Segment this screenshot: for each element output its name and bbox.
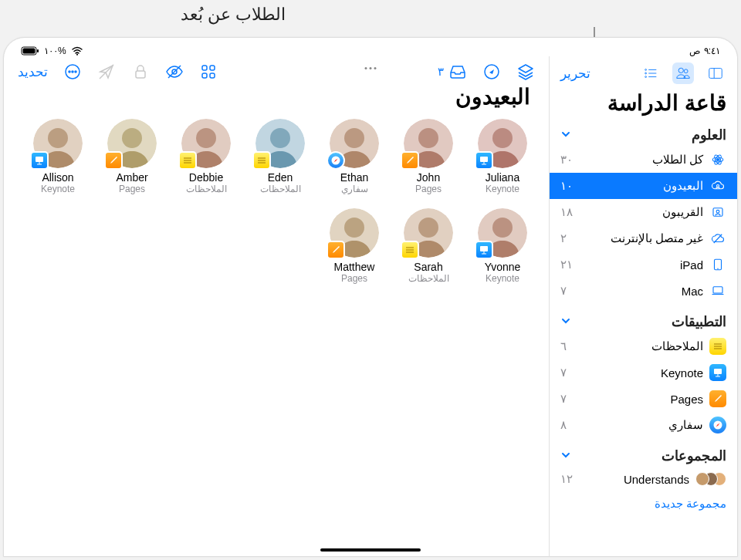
list-view-icon[interactable]	[640, 62, 661, 84]
svg-point-42	[69, 71, 70, 73]
sidebar-item-app-pages[interactable]: Pages٧	[550, 386, 737, 412]
battery-text: %١٠٠	[44, 46, 66, 56]
svg-point-44	[75, 71, 76, 73]
sidebar-item-ipad[interactable]: iPad٢١	[550, 251, 737, 278]
select-button[interactable]: تحديد	[18, 64, 48, 80]
sidebar-item-app-safari[interactable]: سفاري٨	[550, 412, 737, 438]
student-card[interactable]: MatthewPages	[317, 208, 391, 284]
eye-slash-icon[interactable]	[165, 62, 184, 81]
student-app-label: Keynote	[465, 273, 540, 284]
student-card[interactable]: YvonneKeynote	[465, 208, 540, 284]
chevron-down-icon	[560, 127, 571, 143]
sidebar-item-count: ٧	[560, 392, 567, 406]
student-card[interactable]: AllisonKeynote	[21, 119, 95, 194]
person-rect-icon	[709, 204, 726, 221]
apps-grid-icon[interactable]	[199, 62, 218, 81]
student-card[interactable]: JohnPages	[391, 119, 465, 194]
student-app-label: الملاحظات	[243, 184, 317, 194]
sidebar-item-app-keynote[interactable]: Keynote٧	[550, 359, 737, 386]
cloud-slash-icon	[709, 230, 726, 247]
sidebar-item-all[interactable]: كل الطلاب٣٠	[550, 147, 737, 173]
sidebar-item-count: ٦	[560, 339, 567, 353]
layers-icon[interactable]	[516, 62, 535, 81]
svg-point-62	[270, 128, 290, 148]
sidebar-item-label: القريبون	[662, 205, 703, 219]
section-header-groups[interactable]: المجموعات	[550, 444, 737, 467]
wifi-icon	[71, 46, 83, 56]
student-name: Amber	[95, 171, 169, 184]
student-app-label: Pages	[317, 273, 391, 284]
new-group-button[interactable]: مجموعة جديدة	[550, 491, 737, 517]
chevron-down-icon	[560, 448, 571, 464]
edit-button[interactable]: تحرير	[560, 66, 590, 82]
inbox-icon[interactable]: ٣	[438, 62, 467, 81]
sidebar-item-count: ١٢	[560, 472, 573, 486]
section-header-apps[interactable]: التطبيقات	[550, 310, 737, 333]
section-title: التطبيقات	[672, 313, 726, 330]
callout-text: الطلاب عن بُعد	[181, 5, 286, 25]
svg-point-56	[196, 128, 216, 148]
student-card[interactable]: Sarahالملاحظات	[391, 208, 465, 284]
svg-point-6	[678, 68, 683, 73]
svg-rect-91	[480, 246, 488, 251]
svg-rect-3	[37, 49, 39, 52]
svg-point-81	[344, 218, 364, 238]
sidebar-item-count: ٢	[560, 231, 567, 245]
sidebar-item-count: ٨	[560, 418, 567, 432]
sidebar-item-label: الملاحظات	[651, 339, 703, 353]
student-name: Allison	[21, 171, 95, 184]
svg-rect-39	[136, 71, 145, 78]
sidebar-item-label: Mac	[682, 285, 703, 298]
sidebar-item-mac[interactable]: Mac٧	[550, 278, 737, 304]
svg-point-12	[645, 73, 647, 74]
compass-icon[interactable]	[482, 62, 501, 81]
student-card[interactable]: JulianaKeynote	[465, 119, 540, 194]
status-bar: ٩:٤١ ص %١٠٠	[4, 38, 737, 56]
student-app-label: Keynote	[21, 184, 95, 194]
chevron-down-icon	[560, 314, 571, 330]
svg-point-43	[72, 71, 73, 73]
students-view-icon[interactable]	[672, 62, 694, 84]
sidebar-item-count: ٢١	[560, 258, 573, 272]
student-card[interactable]: Ethanسفاري	[317, 119, 391, 194]
sidebar-item-count: ١٠	[560, 179, 573, 193]
svg-point-20	[716, 210, 719, 213]
home-indicator[interactable]	[320, 548, 421, 552]
main-panel: ٣ تحديد البعيدون AllisonKeynoteAmberPage…	[4, 56, 549, 556]
sidebar-item-remote[interactable]: البعيدون١٠	[550, 173, 737, 199]
device-frame: ٩:٤١ ص %١٠٠ تحرير قاعة الدراسة العلوم	[3, 37, 738, 557]
svg-point-84	[418, 218, 438, 238]
svg-rect-33	[202, 66, 207, 70]
student-app-label: Keynote	[465, 184, 540, 194]
sidebar-toggle-icon[interactable]	[705, 62, 726, 84]
svg-point-18	[717, 185, 719, 187]
sidebar: تحرير قاعة الدراسة العلوم كل الطلاب٣٠الب…	[549, 56, 737, 556]
multitask-dots[interactable]	[365, 67, 377, 69]
more-icon[interactable]	[63, 62, 82, 81]
student-app-label: سفاري	[317, 184, 391, 194]
sidebar-item-app-notes[interactable]: الملاحظات٦	[550, 333, 737, 359]
svg-rect-34	[210, 66, 215, 70]
svg-point-72	[418, 128, 438, 148]
lock-icon	[131, 62, 150, 81]
cloud-person-icon	[709, 177, 726, 194]
sidebar-item-label: كل الطلاب	[652, 153, 703, 167]
sidebar-item-nearby[interactable]: القريبون١٨	[550, 199, 737, 225]
sidebar-item-group[interactable]: Understands١٢	[550, 467, 737, 491]
students-grid: AllisonKeynoteAmberPagesDebbieالملاحظاتE…	[4, 119, 549, 298]
sidebar-item-count: ٧	[560, 284, 567, 298]
svg-rect-76	[480, 157, 488, 162]
student-name: Sarah	[391, 261, 465, 273]
student-card[interactable]: AmberPages	[95, 119, 169, 194]
sidebar-item-count: ٣٠	[560, 153, 573, 167]
student-name: Eden	[243, 171, 317, 184]
svg-point-14	[717, 159, 719, 161]
svg-point-13	[645, 76, 647, 78]
sidebar-item-label: Pages	[670, 393, 703, 406]
svg-point-53	[122, 128, 142, 148]
student-card[interactable]: Edenالملاحظات	[243, 119, 317, 194]
section-header-sciences[interactable]: العلوم	[550, 123, 737, 147]
student-card[interactable]: Debbieالملاحظات	[169, 119, 243, 194]
sidebar-item-offline[interactable]: غير متصل بالإنترنت٢	[550, 225, 737, 251]
ipad-icon	[709, 256, 726, 273]
